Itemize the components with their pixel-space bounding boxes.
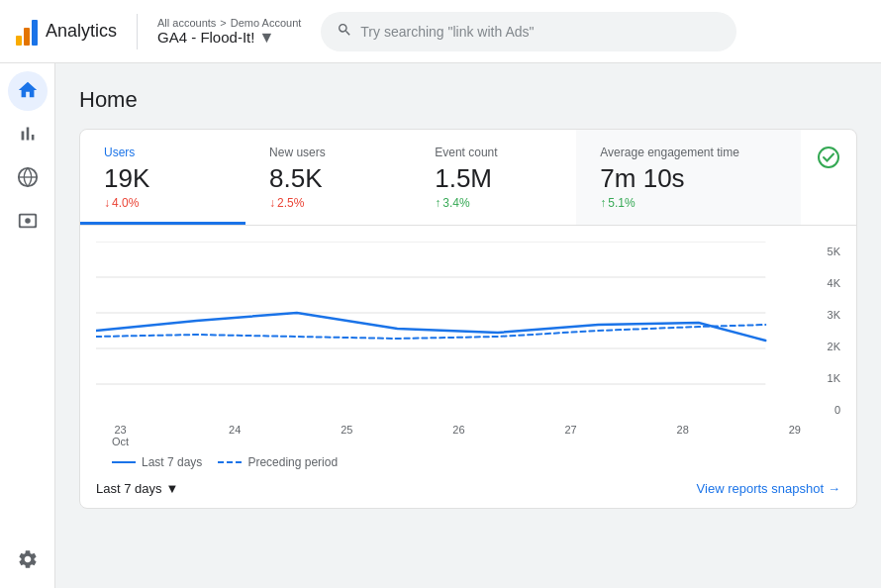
y-label-4: 1K (805, 372, 840, 384)
y-label-3: 2K (805, 341, 840, 352)
x-label-24: 24 (229, 424, 241, 447)
y-label-0: 5K (805, 245, 840, 257)
chart-x-labels: 23 Oct 24 25 26 27 (96, 420, 801, 447)
logo-icon (16, 18, 38, 46)
legend-current-label: Last 7 days (142, 455, 202, 469)
advertising-icon (17, 210, 39, 235)
metric-change-engagement: ↑ 5.1% (600, 196, 777, 210)
header: Analytics All accounts > Demo Account GA… (0, 0, 881, 63)
metric-value-new-users: 8.5K (269, 163, 387, 194)
line-chart (96, 242, 801, 420)
view-reports-label: View reports snapshot (697, 481, 824, 496)
x-label-23: 23 Oct (112, 424, 129, 447)
card-footer: Last 7 days ▼ View reports snapshot → (80, 469, 856, 508)
metric-tab-engagement[interactable]: Average engagement time 7m 10s ↑ 5.1% (576, 130, 801, 225)
metric-tab-new-users[interactable]: New users 8.5K ↓ 2.5% (245, 130, 411, 225)
header-divider (137, 14, 138, 49)
metric-change-users: ↓ 4.0% (104, 196, 222, 210)
settings-icon (17, 548, 39, 573)
x-label-29: 29 (789, 424, 801, 447)
main-container: Home Users 19K ↓ 4.0% New users 8.5K ↓ (0, 63, 881, 588)
property-name: GA4 - Flood-It! (157, 29, 254, 46)
chart-y-labels: 5K 4K 3K 2K 1K 0 (805, 242, 840, 420)
page-title: Home (79, 87, 857, 113)
view-reports-button[interactable]: View reports snapshot → (697, 481, 840, 496)
analytics-card: Users 19K ↓ 4.0% New users 8.5K ↓ 2.5% (79, 129, 857, 509)
app-title: Analytics (46, 21, 117, 42)
breadcrumb: All accounts > Demo Account GA4 - Flood-… (157, 17, 301, 47)
account-name-link[interactable]: Demo Account (231, 17, 302, 29)
sidebar-item-settings[interactable] (8, 540, 48, 580)
down-arrow-icon-2: ↓ (269, 196, 275, 210)
home-icon (17, 79, 39, 104)
legend-previous-label: Preceding period (247, 455, 338, 469)
x-label-28: 28 (677, 424, 689, 447)
search-bar[interactable]: Try searching "link with Ads" (321, 12, 736, 51)
sidebar-item-reports[interactable] (8, 115, 48, 154)
logo: Analytics (16, 18, 117, 46)
date-range-label: Last 7 days (96, 481, 162, 496)
legend-line-solid (112, 461, 136, 463)
y-label-2: 3K (805, 309, 840, 321)
chart-area: 5K 4K 3K 2K 1K 0 23 Oct 24 (80, 226, 856, 469)
metric-value-users: 19K (104, 163, 222, 194)
arrow-right-icon: → (828, 481, 840, 496)
up-arrow-icon-2: ↑ (600, 196, 606, 210)
chart-container: 5K 4K 3K 2K 1K 0 (96, 242, 840, 420)
breadcrumb-separator: > (220, 17, 226, 29)
y-label-5: 0 (805, 404, 840, 416)
metric-label-users: Users (104, 146, 222, 159)
chart-legend: Last 7 days Preceding period (96, 447, 840, 469)
metric-tab-users[interactable]: Users 19K ↓ 4.0% (80, 130, 245, 225)
content-area: Home Users 19K ↓ 4.0% New users 8.5K ↓ (55, 63, 881, 588)
breadcrumb-top: All accounts > Demo Account (157, 17, 301, 29)
date-range-chevron: ▼ (166, 481, 179, 496)
search-icon (337, 22, 352, 42)
explore-icon (17, 166, 39, 191)
legend-line-dashed (218, 461, 242, 463)
date-range-selector[interactable]: Last 7 days ▼ (96, 481, 178, 496)
down-arrow-icon: ↓ (104, 196, 110, 210)
metric-change-new-users: ↓ 2.5% (269, 196, 387, 210)
metric-value-event-count: 1.5M (435, 163, 552, 194)
metrics-tabs: Users 19K ↓ 4.0% New users 8.5K ↓ 2.5% (80, 130, 856, 226)
svg-point-2 (819, 147, 838, 167)
sidebar-item-home[interactable] (8, 71, 48, 111)
y-label-1: 4K (805, 277, 840, 289)
checkmark-icon (817, 146, 840, 169)
metric-label-new-users: New users (269, 146, 387, 159)
x-label-25: 25 (341, 424, 352, 447)
property-selector[interactable]: GA4 - Flood-It! ▼ (157, 29, 301, 47)
metric-label-engagement: Average engagement time (600, 146, 777, 159)
bar-chart-icon (17, 123, 39, 147)
up-arrow-icon: ↑ (435, 196, 440, 210)
all-accounts-link[interactable]: All accounts (157, 17, 216, 29)
svg-point-1 (25, 218, 31, 224)
chevron-down-icon: ▼ (258, 29, 274, 47)
metric-label-event-count: Event count (435, 146, 552, 159)
sidebar-item-advertising[interactable] (8, 202, 48, 242)
metric-change-event-count: ↑ 3.4% (435, 196, 552, 210)
x-label-27: 27 (564, 424, 576, 447)
search-placeholder: Try searching "link with Ads" (360, 24, 534, 40)
legend-current: Last 7 days (112, 455, 202, 469)
metric-value-engagement: 7m 10s (600, 163, 777, 194)
sidebar (0, 63, 55, 588)
checkmark-area (801, 130, 856, 225)
legend-previous: Preceding period (218, 455, 338, 469)
sidebar-item-explore[interactable] (8, 158, 48, 198)
x-label-26: 26 (452, 424, 464, 447)
metric-tab-event-count[interactable]: Event count 1.5M ↑ 3.4% (411, 130, 576, 225)
